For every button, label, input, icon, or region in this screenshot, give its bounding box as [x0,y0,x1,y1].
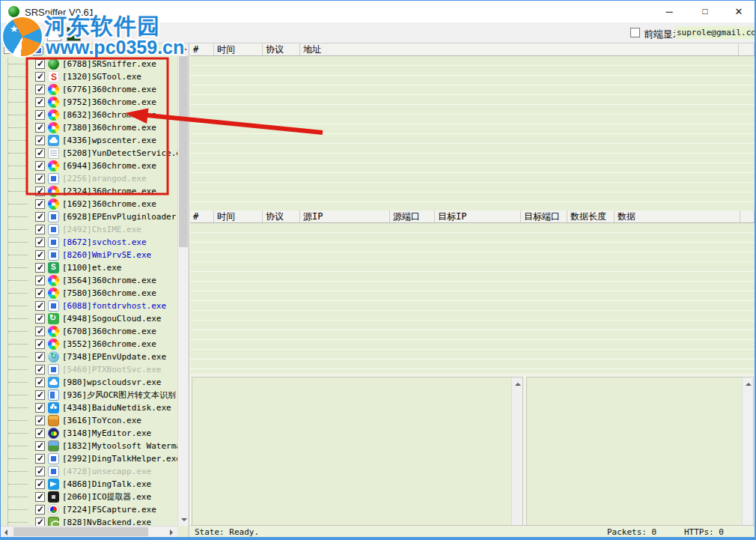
tree-horizontal-scrollbar[interactable] [1,526,177,537]
maximize-button[interactable]: □ [690,1,720,22]
column-header[interactable]: 目标IP [435,210,521,222]
column-header[interactable]: 数据 [615,210,740,222]
tree-item[interactable]: [4728]unsecapp.exe [8,465,177,478]
scroll-right-icon[interactable] [166,527,177,538]
process-checkbox[interactable] [35,59,45,69]
tree-item[interactable]: [5208]YunDetectService.exe [8,147,177,160]
process-checkbox[interactable] [35,441,45,451]
tree-item[interactable]: [1692]360chrome.exe [8,198,177,210]
process-checkbox[interactable] [35,403,45,413]
tree-item[interactable]: [6776]360chrome.exe [8,83,177,96]
process-checkbox[interactable] [35,314,45,324]
filter-options-icon[interactable] [47,27,61,41]
process-checkbox[interactable] [35,72,45,82]
column-header[interactable]: 目标端口 [521,210,567,222]
tree-item[interactable]: [7380]360chrome.exe [8,121,177,134]
root-checkbox[interactable] [16,46,25,55]
tree-hscroll-thumb[interactable] [13,527,148,536]
process-checkbox[interactable] [35,492,45,502]
process-checkbox[interactable] [35,225,45,234]
scroll-down-icon[interactable] [178,515,189,526]
tree-item[interactable]: [7580]360chrome.exe [8,287,177,300]
tree-item[interactable]: [828]NvBackend.exe [8,516,177,527]
detail-left-scrollbar[interactable] [511,377,522,525]
tree-vertical-scrollbar[interactable] [177,43,189,526]
minimize-button[interactable]: ─ [654,1,684,22]
tree-item[interactable]: [3564]360chrome.exe [8,274,177,287]
tree-item[interactable]: [2060]ICO提取器.exe [8,491,177,503]
http-table-header[interactable]: #时间协议地址 [190,43,755,56]
tree-item[interactable]: [4948]SogouCloud.exe [8,312,177,325]
scroll-up-icon[interactable] [512,379,523,390]
process-checkbox[interactable] [35,148,45,158]
stop-capture-icon[interactable] [26,27,40,41]
column-header[interactable]: 地址 [300,43,739,55]
close-button[interactable]: ✕ [724,1,754,22]
process-checkbox[interactable] [35,467,45,476]
process-checkbox[interactable] [35,85,45,94]
tree-item[interactable]: [4348]BaiduNetdisk.exe [8,401,177,414]
tree-item[interactable]: [936]夕风OCR图片转文本识别 [8,389,177,401]
tree-item[interactable]: [1320]SGTool.exe [8,70,177,83]
process-checkbox[interactable] [35,390,45,400]
tree-vscroll-thumb[interactable] [179,56,188,247]
tree-item[interactable]: [4336]wpscenter.exe [8,134,177,147]
tree-item[interactable]: [3148]MyEditor.exe [8,427,177,440]
save-capture-icon[interactable] [67,27,81,41]
email-field[interactable]: suprole@gmail.com [675,26,755,39]
tree-item[interactable]: [5460]PTXBootSvc.exe [8,363,177,376]
front-display-checkbox[interactable] [630,28,640,37]
process-checkbox[interactable] [35,199,45,209]
tree-item[interactable]: [1832]Mytoolsoft Watermark [8,440,177,452]
tree-item[interactable]: [2492]ChsIME.exe [8,223,177,236]
process-checkbox[interactable] [35,136,45,145]
process-checkbox[interactable] [35,212,45,222]
process-checkbox[interactable] [35,237,45,247]
tree-item[interactable]: [6088]fontdrvhost.exe [8,300,177,312]
tree-item[interactable]: [6788]SRSniffer.exe [8,58,177,70]
detail-right-scrollbar[interactable] [742,377,753,525]
tree-item[interactable]: [6708]360chrome.exe [8,325,177,338]
packet-table-header[interactable]: #时间协议源IP源端口目标IP目标端口数据长度数据 [190,210,755,223]
process-checkbox[interactable] [35,161,45,171]
process-checkbox[interactable] [35,454,45,464]
tree-item[interactable]: [980]wpscloudsvr.exe [8,376,177,389]
process-checkbox[interactable] [35,123,45,133]
column-header[interactable]: # [190,210,214,222]
tree-item[interactable]: [2992]DingTalkHelper.exe [8,452,177,465]
column-header[interactable]: 协议 [263,210,300,222]
column-header[interactable]: 协议 [263,43,300,55]
column-header[interactable]: 源端口 [390,210,435,222]
scroll-up-icon[interactable] [178,43,189,55]
start-capture-icon[interactable] [7,27,21,41]
column-header[interactable]: 时间 [214,43,263,55]
process-checkbox[interactable] [35,97,45,107]
process-checkbox[interactable] [35,377,45,387]
process-checkbox[interactable] [35,174,45,183]
tree-item[interactable]: [8672]svchost.exe [8,236,177,249]
tree-item[interactable]: [9752]360chrome.exe [8,96,177,109]
tree-item[interactable]: [6928]EPEnvPluginloader.ex [8,210,177,223]
process-checkbox[interactable] [35,416,45,425]
process-checkbox[interactable] [35,301,45,311]
column-header[interactable]: # [190,43,214,55]
column-header[interactable]: 时间 [214,210,263,222]
http-table-body[interactable] [190,56,755,210]
tree-item[interactable]: [3616]ToYcon.exe [8,414,177,427]
process-checkbox[interactable] [35,327,45,336]
process-checkbox[interactable] [35,339,45,349]
process-checkbox[interactable] [35,110,45,120]
process-checkbox[interactable] [35,479,45,489]
process-checkbox[interactable] [35,263,45,273]
collapse-icon[interactable]: - [4,47,10,54]
tree-item[interactable]: [2256]arangod.exe [8,172,177,185]
column-header[interactable]: 源IP [300,210,390,222]
tree-item[interactable]: [3552]360chrome.exe [8,338,177,351]
process-checkbox[interactable] [35,505,45,515]
process-checkbox[interactable] [35,276,45,285]
tree-item[interactable]: [2324]360chrome.exe [8,185,177,198]
process-checkbox[interactable] [35,250,45,260]
tree-item[interactable]: [7224]FSCapture.exe [8,503,177,516]
tree-item[interactable]: [4868]DingTalk.exe [8,478,177,491]
scroll-left-icon[interactable] [1,527,12,538]
